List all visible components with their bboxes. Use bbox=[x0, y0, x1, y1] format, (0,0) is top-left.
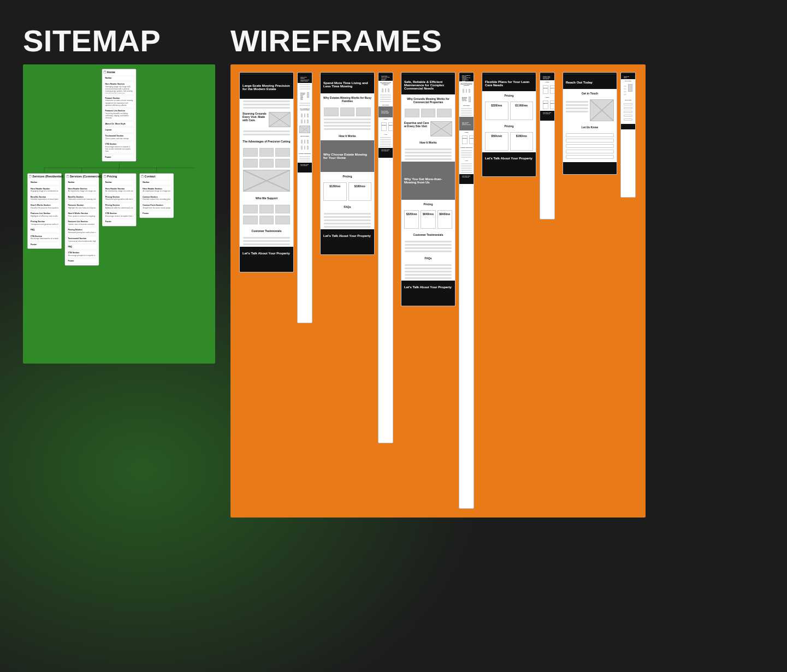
wf-heading: Customer Testimonials bbox=[240, 227, 293, 235]
sitemap-section-card[interactable]: Layout bbox=[104, 127, 134, 132]
sitemap-section-card[interactable]: Hero Header SectionSweeping image of a l… bbox=[104, 82, 134, 95]
sitemap-section-card[interactable]: About Us: Short Style bbox=[104, 121, 134, 126]
sitemap-node-services-commercial-[interactable]: Services (Commercial)NavbarHero Header S… bbox=[64, 173, 99, 265]
pricing-tier: $940/mo bbox=[437, 210, 452, 229]
wf-foot bbox=[621, 124, 635, 129]
sitemap-section-card[interactable]: CTA SectionEncourage prospects to reques… bbox=[67, 251, 97, 258]
wf-heading: Who We Support bbox=[240, 194, 293, 203]
sitemap-node-contact[interactable]: ContactNavbarHero Header SectionAn impre… bbox=[139, 173, 174, 218]
wireframe-desktop[interactable]: Large-Scale Mowing Precision for the Mod… bbox=[239, 72, 294, 272]
wireframe-pair-contact: Reach Out TodayGet in TouchLet Us KnowRe… bbox=[563, 72, 636, 198]
wf-foot bbox=[563, 162, 617, 174]
sitemap-section-card[interactable]: CTA SectionEncourage visitors to explore… bbox=[104, 211, 134, 218]
wf-band: Why You Get More-than-Mowing from Us bbox=[459, 117, 474, 130]
wf-heading: FAQs bbox=[321, 203, 374, 211]
form-field bbox=[566, 155, 614, 159]
sitemap-section-card[interactable]: Features List SectionList of key benefit… bbox=[104, 109, 134, 121]
wf-heading: How It Works bbox=[401, 138, 455, 147]
sitemap-section-card[interactable]: Testimonial SectionClient quotes and sta… bbox=[104, 133, 134, 140]
wireframe-mobile[interactable]: Reach Out TodayGet in TouchLet Us Know bbox=[620, 72, 636, 198]
sitemap-section-card[interactable]: Navbar bbox=[141, 180, 172, 185]
wireframe-mobile[interactable]: Safe, Reliable & Efficient Maintenance f… bbox=[459, 72, 474, 509]
wf-grid3 bbox=[240, 205, 293, 224]
sitemap-section-card[interactable]: Testimonial SectionCommercial client tes… bbox=[67, 236, 97, 243]
wf-img bbox=[299, 126, 310, 133]
sitemap-node-title: Services (Residential) bbox=[29, 175, 60, 179]
sitemap-section-card[interactable]: Pricing SectionStructured pricing tables… bbox=[104, 194, 134, 201]
wf-foot bbox=[459, 179, 474, 184]
sitemap-section-card[interactable]: Benefits SectionDedicated commercial mow… bbox=[67, 194, 97, 201]
wf-heading: FAQs bbox=[459, 159, 474, 162]
sitemap-section-card[interactable]: Hero Header SectionEngaging image of a r… bbox=[29, 186, 60, 193]
sitemap-section-card[interactable]: Pricing SectionEstimated pricing tiers w… bbox=[67, 228, 97, 235]
pricing-tier: $320/mo bbox=[404, 210, 419, 229]
wf-pricing3: $320/mo$640/mo$940/mo bbox=[459, 134, 474, 146]
sitemap-node-title: Services (Commercial) bbox=[67, 175, 97, 179]
sitemap-section-card[interactable]: Contact SectionDetailed contact info inc… bbox=[141, 194, 172, 201]
wf-band: Flexible Plans for Your Lawn Care Needs bbox=[540, 75, 554, 80]
wireframe-mobile[interactable]: Flexible Plans for Your Lawn Care NeedsP… bbox=[540, 72, 555, 219]
sitemap-section-card[interactable]: Navbar bbox=[104, 76, 134, 81]
sitemap-section-card[interactable]: Hero Header SectionAn introductory image… bbox=[104, 186, 134, 193]
sitemap-section-card[interactable]: Hero Header SectionAn impressive image o… bbox=[141, 186, 172, 193]
wf-pricing2: $120/mo$180/mo bbox=[378, 121, 393, 133]
sitemap-section-card[interactable]: Footer bbox=[141, 211, 172, 216]
wireframe-mobile[interactable]: Large-Scale Mowing Precision for the Mod… bbox=[297, 72, 312, 323]
wf-band: Let's Talk About Your Property bbox=[459, 174, 474, 179]
wf-foot bbox=[378, 152, 393, 158]
sitemap-section-card[interactable]: CTA SectionEncourage homeowners to sched… bbox=[29, 234, 60, 241]
pricing-tier: $320/mo bbox=[485, 102, 508, 120]
wf-heading: Why Estates Mowing Works for Busy Famili… bbox=[378, 81, 393, 86]
sitemap-section-card[interactable]: Pricing SectionTransparent and generous … bbox=[29, 219, 60, 227]
wireframe-desktop[interactable]: Reach Out TodayGet in TouchLet Us Know bbox=[563, 72, 617, 175]
sitemap-section-card[interactable]: Features SectionHighlight the core featu… bbox=[67, 203, 97, 210]
wf-grid3 bbox=[298, 114, 312, 117]
wf-img bbox=[243, 170, 290, 192]
wf-txtblock bbox=[298, 103, 312, 106]
wf-half-img: Stunning Grounds Every Visit. Made with … bbox=[298, 91, 312, 102]
wf-foot bbox=[321, 242, 374, 254]
sitemap-section-card[interactable]: Hero Header SectionAn impressive image o… bbox=[67, 186, 97, 193]
wireframe-mobile[interactable]: Spend More Time Living and Less Time Mow… bbox=[378, 72, 393, 443]
wireframe-pair-services-residential-: Spend More Time Living and Less Time Mow… bbox=[320, 72, 393, 443]
wf-heading: Who We Support bbox=[298, 134, 312, 138]
wf-txtblock bbox=[378, 94, 393, 102]
wireframe-desktop[interactable]: Spend More Time Living and Less Time Mow… bbox=[320, 72, 375, 255]
sitemap-section-card[interactable]: Pricing SectionAdditional table for comm… bbox=[104, 203, 134, 210]
heading-wireframes: WIREFRAMES bbox=[230, 23, 442, 58]
sitemap-section-card[interactable]: FAQ bbox=[67, 245, 97, 249]
sitemap-node-pricing[interactable]: PricingNavbarHero Header SectionAn intro… bbox=[102, 173, 137, 226]
wf-txtblock bbox=[298, 156, 312, 162]
wf-txtblock bbox=[321, 213, 374, 228]
wf-heading: FAQs bbox=[401, 254, 455, 263]
wf-heading: Get in Touch bbox=[563, 89, 617, 98]
page-icon bbox=[29, 175, 31, 178]
sitemap-section-card[interactable]: Footer bbox=[104, 219, 134, 224]
sitemap-section-card[interactable]: Features List SectionHighlights of effic… bbox=[29, 211, 60, 218]
sitemap-section-card[interactable]: How It Works SectionDescribe the process… bbox=[29, 203, 60, 210]
sitemap-section-card[interactable]: Footer bbox=[29, 242, 60, 247]
sitemap-section-card[interactable]: Navbar bbox=[67, 180, 97, 185]
pricing-tier: $320/mo bbox=[462, 135, 468, 144]
sitemap-section-card[interactable]: Feature SectionShowcase of wide-cut reel… bbox=[104, 96, 134, 108]
sitemap-section-card[interactable]: Contact Form SectionSimple form for name… bbox=[141, 203, 172, 210]
wf-txtblock bbox=[298, 84, 312, 90]
wf-txtblock bbox=[459, 108, 474, 116]
sitemap-section-card[interactable]: Navbar bbox=[104, 180, 134, 185]
sitemap-section-card[interactable]: CTA SectionEncourage visitors to request… bbox=[104, 142, 134, 154]
wireframe-desktop[interactable]: Flexible Plans for Your Lawn Care NeedsP… bbox=[482, 72, 536, 177]
sitemap-section-card[interactable]: Footer bbox=[67, 259, 97, 264]
sitemap-section-card[interactable]: Features List SectionTabular view of fea… bbox=[67, 219, 97, 227]
sitemap-section-card[interactable]: How It Works SectionFrom quote to contra… bbox=[67, 211, 97, 218]
wireframe-desktop[interactable]: Safe, Reliable & Efficient Maintenance f… bbox=[401, 72, 455, 306]
sitemap-section-card[interactable]: Navbar bbox=[29, 180, 60, 185]
sitemap-section-card[interactable]: Footer bbox=[104, 154, 134, 159]
pricing-tier: $180/mo bbox=[550, 100, 555, 109]
sitemap-node-home[interactable]: HomeNavbarHero Header SectionSweeping im… bbox=[102, 69, 137, 162]
wf-band: Let's Talk About Your Property bbox=[482, 152, 536, 164]
wf-foot bbox=[401, 294, 455, 306]
sitemap-section-card[interactable]: Benefits SectionDetailed explanation of … bbox=[29, 194, 60, 201]
sitemap-node-services-residential-[interactable]: Services (Residential)NavbarHero Header … bbox=[27, 173, 62, 249]
sitemap-section-card[interactable]: FAQ bbox=[29, 228, 60, 233]
wf-foot bbox=[540, 115, 554, 121]
